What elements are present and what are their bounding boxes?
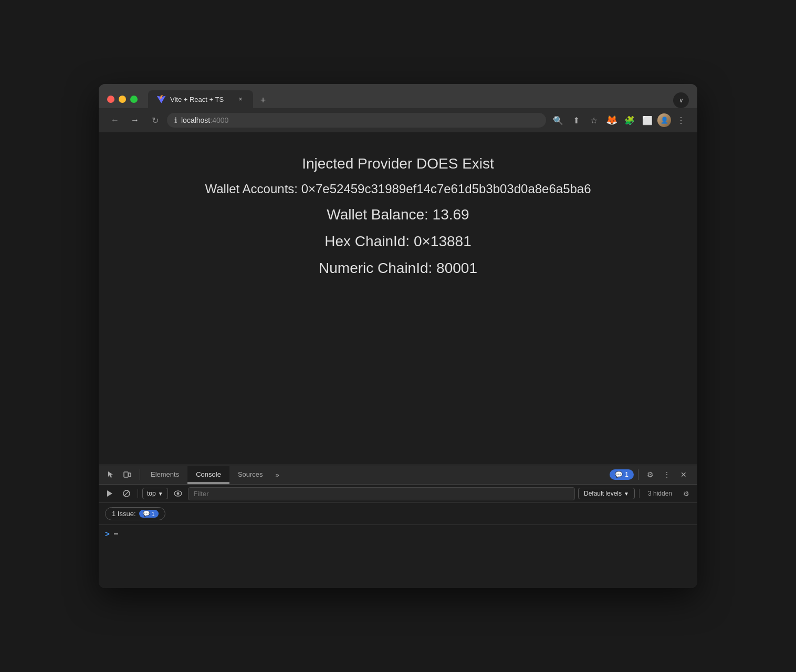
issue-badge-count: 1 — [152, 511, 155, 517]
tabs-area: Vite + React + TS × + ∨ — [148, 90, 689, 108]
top-label: top — [147, 490, 156, 497]
svg-point-6 — [176, 492, 179, 495]
more-tabs-button[interactable]: » — [271, 467, 284, 483]
tab-title: Vite + React + TS — [170, 96, 232, 103]
dropdown-arrow-icon: ▼ — [158, 491, 163, 497]
tab-sources[interactable]: Sources — [229, 466, 271, 484]
console-run-button[interactable] — [103, 487, 117, 500]
new-tab-button[interactable]: + — [255, 92, 271, 108]
vite-favicon-icon — [156, 94, 166, 104]
search-icon-btn[interactable]: 🔍 — [550, 112, 566, 128]
bookmark-icon-btn[interactable]: ☆ — [586, 112, 602, 128]
forward-button[interactable]: → — [127, 112, 143, 128]
tab-elements[interactable]: Elements — [142, 466, 187, 484]
user-avatar[interactable]: 👤 — [657, 113, 671, 127]
browser-window: Vite + React + TS × + ∨ ← → ↻ ℹ localhos… — [99, 84, 697, 588]
console-cursor — [114, 533, 118, 534]
device-toolbar-button[interactable] — [120, 467, 134, 482]
console-filter-bar: top ▼ Default levels ▼ 3 hidden ⚙ — [99, 485, 697, 503]
address-host: localhost — [181, 116, 210, 124]
levels-dropdown-arrow-icon: ▼ — [624, 491, 629, 497]
issue-count-label: 1 Issue: — [112, 510, 136, 518]
svg-line-4 — [124, 491, 129, 496]
issue-chip[interactable]: 1 Issue: 💬 1 — [105, 507, 165, 520]
wallet-accounts-line: Wallet Accounts: 0×7e52459c31989ef14c7e6… — [205, 180, 591, 198]
context-dropdown[interactable]: top ▼ — [142, 488, 168, 499]
address-text: localhost:4000 — [181, 116, 228, 124]
back-button[interactable]: ← — [107, 112, 123, 128]
page-content: Injected Provider DOES Exist Wallet Acco… — [205, 153, 591, 285]
toolbar-separator-2 — [638, 469, 638, 480]
devtools-right-controls: 💬 1 ⚙ ⋮ ✕ — [610, 467, 695, 482]
cast-icon-btn[interactable]: ⬜ — [640, 112, 655, 128]
nav-right-icons: 🔍 ⬆ ☆ 🦊 🧩 ⬜ 👤 ⋮ — [550, 112, 689, 128]
hidden-count: 3 hidden — [644, 490, 676, 497]
issues-bar: 1 Issue: 💬 1 — [99, 503, 697, 525]
injected-provider-line: Injected Provider DOES Exist — [205, 153, 591, 174]
console-caret: > — [105, 529, 110, 538]
extension2-icon-btn[interactable]: 🧩 — [622, 112, 637, 128]
reload-button[interactable]: ↻ — [147, 112, 163, 128]
hidden-count-settings-btn[interactable]: ⚙ — [679, 487, 693, 500]
default-levels-dropdown[interactable]: Default levels ▼ — [578, 488, 635, 499]
extension1-icon-btn[interactable]: 🦊 — [604, 112, 620, 128]
close-devtools-button[interactable]: ✕ — [676, 467, 691, 482]
hex-chain-id-line: Hex ChainId: 0×13881 — [205, 231, 591, 251]
cursor-icon — [107, 470, 116, 479]
title-bar: Vite + React + TS × + ∨ — [99, 84, 697, 108]
tab-close-button[interactable]: × — [236, 95, 245, 103]
console-bar-separator-2 — [639, 489, 640, 498]
devtools-tabs: Elements Console Sources » — [142, 466, 284, 484]
default-levels-label: Default levels — [584, 490, 622, 497]
svg-marker-2 — [107, 490, 112, 497]
active-tab[interactable]: Vite + React + TS × — [148, 90, 253, 108]
browser-content: Injected Provider DOES Exist Wallet Acco… — [99, 132, 697, 465]
share-icon-btn[interactable]: ⬆ — [568, 112, 584, 128]
numeric-chain-id-line: Numeric ChainId: 80001 — [205, 258, 591, 278]
devtools-toolbar: Elements Console Sources » 💬 1 ⚙ ⋮ ✕ — [99, 465, 697, 485]
eye-icon-btn[interactable] — [171, 487, 185, 500]
console-block-button[interactable] — [120, 487, 133, 500]
console-output: > — [99, 525, 697, 588]
devtools-icon-group — [101, 465, 138, 484]
devtools-panel: Elements Console Sources » 💬 1 ⚙ ⋮ ✕ — [99, 465, 697, 588]
settings-button[interactable]: ⚙ — [643, 467, 657, 482]
tab-console[interactable]: Console — [187, 466, 229, 484]
wallet-balance-line: Wallet Balance: 13.69 — [205, 204, 591, 225]
address-port: :4000 — [210, 116, 228, 124]
play-icon — [106, 490, 113, 497]
issue-badge: 💬 1 — [139, 510, 159, 518]
tab-expand-button[interactable]: ∨ — [673, 92, 689, 108]
inspect-element-button[interactable] — [104, 467, 119, 482]
info-icon: ℹ — [174, 116, 177, 124]
issue-badge-icon: 💬 — [143, 510, 150, 517]
block-icon — [123, 490, 130, 497]
filter-input[interactable] — [188, 487, 575, 500]
console-prompt[interactable]: > — [105, 529, 691, 538]
issues-badge[interactable]: 💬 1 — [610, 469, 634, 480]
issues-badge-icon: 💬 — [615, 471, 623, 478]
maximize-button[interactable] — [130, 96, 138, 103]
traffic-lights — [107, 96, 138, 103]
svg-rect-1 — [129, 473, 131, 477]
address-bar[interactable]: ℹ localhost:4000 — [167, 113, 546, 128]
toolbar-separator-1 — [140, 469, 140, 480]
eye-icon — [174, 490, 182, 497]
more-options-button[interactable]: ⋮ — [659, 467, 674, 482]
menu-button[interactable]: ⋮ — [673, 112, 689, 128]
device-icon — [123, 470, 131, 479]
minimize-button[interactable] — [119, 96, 126, 103]
close-button[interactable] — [107, 96, 114, 103]
issues-badge-count: 1 — [625, 471, 629, 478]
nav-bar: ← → ↻ ℹ localhost:4000 🔍 ⬆ ☆ 🦊 🧩 ⬜ 👤 ⋮ — [99, 108, 697, 132]
console-bar-separator — [138, 489, 138, 498]
svg-rect-0 — [124, 472, 128, 477]
